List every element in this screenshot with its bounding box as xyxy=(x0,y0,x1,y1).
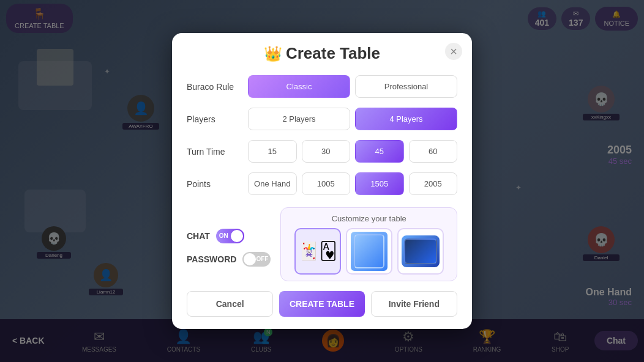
players-label: Players xyxy=(187,114,242,124)
modal-bottom-section: CHAT ON PASSWORD OFF Customize your tabl… xyxy=(172,200,472,284)
create-table-submit-button[interactable]: CREATE TABLE xyxy=(279,291,364,317)
create-table-modal: 👑 Create Table × Buraco Rule Classic Pro… xyxy=(172,33,472,329)
password-toggle-knob xyxy=(244,253,256,265)
time-30-button[interactable]: 30 xyxy=(302,140,351,163)
points-2005-button[interactable]: 2005 xyxy=(409,172,458,195)
turn-time-row: Turn Time 15 30 45 60 xyxy=(172,135,472,168)
points-options: One Hand 1005 1505 2005 xyxy=(248,172,457,195)
modal-header: 👑 Create Table × xyxy=(172,33,472,70)
password-toggle[interactable]: OFF xyxy=(242,252,271,267)
password-toggle-text: OFF xyxy=(256,256,268,262)
card-back-icon xyxy=(351,232,388,271)
points-1505-button[interactable]: 1505 xyxy=(355,172,404,195)
modal-title: 👑 Create Table xyxy=(264,44,380,63)
classic-button[interactable]: Classic xyxy=(248,75,350,98)
time-15-button[interactable]: 15 xyxy=(248,140,297,163)
buraco-rule-label: Buraco Rule xyxy=(187,82,242,92)
password-label: PASSWORD xyxy=(187,254,236,264)
four-players-button[interactable]: 4 Players xyxy=(355,108,457,130)
chat-label: CHAT xyxy=(187,231,210,241)
modal-close-button[interactable]: × xyxy=(445,43,462,60)
chat-password-section: CHAT ON PASSWORD OFF xyxy=(187,207,271,281)
points-row: Points One Hand 1005 1505 2005 xyxy=(172,168,472,200)
customize-cards: 🃏🂱 xyxy=(288,228,449,275)
professional-button[interactable]: Professional xyxy=(355,75,457,98)
time-45-button[interactable]: 45 xyxy=(355,140,404,163)
card-back-option[interactable] xyxy=(346,228,392,275)
two-players-button[interactable]: 2 Players xyxy=(248,108,350,130)
buraco-rule-options: Classic Professional xyxy=(248,75,457,98)
players-options: 2 Players 4 Players xyxy=(248,108,457,130)
invite-friend-button[interactable]: Invite Friend xyxy=(371,291,457,317)
password-toggle-row: PASSWORD OFF xyxy=(187,252,271,267)
turn-time-label: Turn Time xyxy=(187,147,242,157)
crown-icon: 👑 xyxy=(264,45,282,62)
cancel-button[interactable]: Cancel xyxy=(187,291,273,317)
turn-time-options: 15 30 45 60 xyxy=(248,140,457,163)
customize-title: Customize your table xyxy=(288,214,449,223)
buraco-rule-row: Buraco Rule Classic Professional xyxy=(172,70,472,103)
points-label: Points xyxy=(187,179,242,189)
modal-footer: Cancel CREATE TABLE Invite Friend xyxy=(172,284,472,317)
one-hand-button[interactable]: One Hand xyxy=(248,172,297,195)
card-face-option[interactable]: 🃏🂱 xyxy=(294,228,341,275)
chat-toggle-knob xyxy=(231,230,243,242)
customize-section: Customize your table 🃏🂱 xyxy=(280,207,457,281)
playing-cards-icon: 🃏🂱 xyxy=(298,243,337,260)
table-icon xyxy=(402,235,440,267)
time-60-button[interactable]: 60 xyxy=(409,140,458,163)
chat-toggle-text: ON xyxy=(219,232,228,239)
chat-toggle-row: CHAT ON xyxy=(187,229,271,243)
table-option[interactable] xyxy=(397,228,444,275)
players-row: Players 2 Players 4 Players xyxy=(172,103,472,135)
chat-toggle[interactable]: ON xyxy=(216,229,244,243)
points-1005-button[interactable]: 1005 xyxy=(302,172,351,195)
